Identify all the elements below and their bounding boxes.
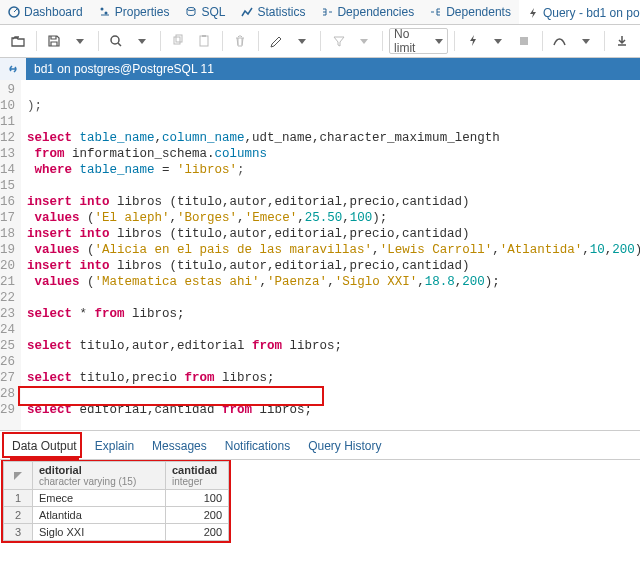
line-gutter: 9 10 11 12 13 14 15 16 17 18 19 20 21 22… — [0, 80, 21, 430]
save-button[interactable] — [42, 29, 66, 53]
separator — [98, 31, 99, 51]
separator — [160, 31, 161, 51]
svg-point-3 — [187, 8, 195, 11]
filter-dropdown[interactable] — [353, 29, 377, 53]
link-icon — [0, 58, 26, 80]
svg-rect-7 — [200, 36, 208, 46]
tab-sql[interactable]: SQL — [177, 0, 233, 24]
copy-button[interactable] — [167, 29, 191, 53]
tab-query[interactable]: Query - bd1 on postgres@Postgre — [519, 0, 640, 25]
download-button[interactable] — [611, 29, 635, 53]
execute-button[interactable] — [461, 29, 485, 53]
tab-label: Properties — [115, 5, 170, 19]
dependencies-icon — [321, 6, 333, 18]
column-header-cantidad[interactable]: cantidad integer — [166, 462, 229, 490]
svg-rect-8 — [202, 35, 206, 37]
cell[interactable]: Atlantida — [33, 507, 166, 524]
tab-label: Query - bd1 on postgres@Postgre — [543, 6, 640, 20]
stats-icon — [241, 6, 253, 18]
explain-button[interactable] — [549, 29, 573, 53]
separator — [382, 31, 383, 51]
tab-query-history[interactable]: Query History — [306, 437, 383, 455]
tab-dependents[interactable]: Dependents — [422, 0, 519, 24]
separator — [542, 31, 543, 51]
cell[interactable]: Siglo XXI — [33, 524, 166, 541]
tab-dependencies[interactable]: Dependencies — [313, 0, 422, 24]
edit-button[interactable] — [265, 29, 289, 53]
dashboard-icon — [8, 6, 20, 18]
svg-point-1 — [100, 8, 103, 11]
bolt-icon — [527, 7, 539, 19]
column-header-editorial[interactable]: editorial character varying (15) — [33, 462, 166, 490]
tab-properties[interactable]: Properties — [91, 0, 178, 24]
cell[interactable]: Emece — [33, 490, 166, 507]
tab-label: SQL — [201, 5, 225, 19]
table-row[interactable]: 2 Atlantida 200 — [4, 507, 229, 524]
tab-statistics[interactable]: Statistics — [233, 0, 313, 24]
row-header-corner[interactable] — [4, 462, 33, 490]
svg-point-2 — [104, 12, 107, 15]
svg-rect-6 — [176, 35, 182, 42]
cell[interactable]: 200 — [166, 524, 229, 541]
svg-rect-5 — [174, 37, 180, 44]
svg-point-4 — [111, 36, 119, 44]
tab-label: Dependencies — [337, 5, 414, 19]
top-tabs: Dashboard Properties SQL Statistics Depe… — [0, 0, 640, 25]
code-area[interactable]: ); select table_name,column_name,udt_nam… — [21, 80, 640, 430]
table-row[interactable]: 1 Emece 100 — [4, 490, 229, 507]
limit-value: No limit — [394, 27, 429, 55]
tab-label: Statistics — [257, 5, 305, 19]
tab-explain[interactable]: Explain — [93, 437, 136, 455]
sql-icon — [185, 6, 197, 18]
save-dropdown[interactable] — [68, 29, 92, 53]
separator — [258, 31, 259, 51]
dependents-icon — [430, 6, 442, 18]
filter-button[interactable] — [327, 29, 351, 53]
tab-data-output[interactable]: Data Output — [10, 437, 79, 460]
toolbar: No limit — [0, 25, 640, 58]
delete-button[interactable] — [229, 29, 253, 53]
separator — [454, 31, 455, 51]
svg-rect-9 — [520, 37, 528, 45]
tab-label: Dashboard — [24, 5, 83, 19]
results-panel: editorial character varying (15) cantida… — [1, 459, 231, 543]
tab-messages[interactable]: Messages — [150, 437, 209, 455]
find-dropdown[interactable] — [130, 29, 154, 53]
table-row[interactable]: 3 Siglo XXI 200 — [4, 524, 229, 541]
cell[interactable]: 100 — [166, 490, 229, 507]
tab-dashboard[interactable]: Dashboard — [0, 0, 91, 24]
separator — [36, 31, 37, 51]
paste-button[interactable] — [192, 29, 216, 53]
execute-dropdown[interactable] — [487, 29, 511, 53]
separator — [222, 31, 223, 51]
open-button[interactable] — [6, 29, 30, 53]
connection-bar: bd1 on postgres@PostgreSQL 11 — [0, 58, 640, 80]
highlight-box — [18, 386, 324, 406]
find-button[interactable] — [105, 29, 129, 53]
explain-dropdown[interactable] — [574, 29, 598, 53]
output-tabs: Data Output Explain Messages Notificatio… — [0, 431, 640, 460]
sql-editor[interactable]: 9 10 11 12 13 14 15 16 17 18 19 20 21 22… — [0, 80, 640, 431]
tab-label: Dependents — [446, 5, 511, 19]
separator — [320, 31, 321, 51]
properties-icon — [99, 6, 111, 18]
limit-select[interactable]: No limit — [389, 28, 448, 54]
results-table[interactable]: editorial character varying (15) cantida… — [3, 461, 229, 541]
edit-dropdown[interactable] — [291, 29, 315, 53]
connection-label: bd1 on postgres@PostgreSQL 11 — [26, 62, 222, 76]
cell[interactable]: 200 — [166, 507, 229, 524]
stop-button[interactable] — [512, 29, 536, 53]
tab-notifications[interactable]: Notifications — [223, 437, 292, 455]
separator — [604, 31, 605, 51]
